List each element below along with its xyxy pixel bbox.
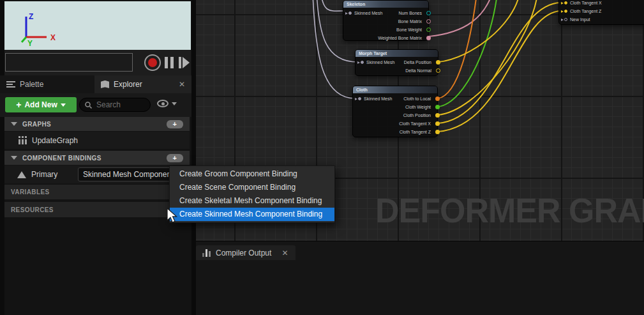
input-pin[interactable]	[355, 97, 361, 100]
node-row: Skinned MeshNum Bones	[343, 9, 428, 17]
node-body: Cloth Tangent XCloth Tangent ZNew Input	[559, 0, 644, 24]
add-new-label: Add New	[24, 100, 57, 109]
section-header-graphs[interactable]: GRAPHS	[4, 117, 190, 131]
output-pin[interactable]	[435, 96, 440, 101]
output-pin[interactable]	[435, 121, 440, 126]
chevron-down-icon	[11, 122, 17, 126]
wire	[438, 0, 537, 115]
pin-arrow-icon	[561, 19, 564, 21]
node-row: Skinned MeshCloth to Local	[353, 95, 437, 103]
section-header-component-bindings[interactable]: COMPONENT BINDINGS	[4, 151, 190, 165]
section-label: VARIABLES	[11, 188, 50, 196]
graph-watermark: DEFORMER GRAPH	[375, 191, 644, 230]
explorer-toolbar: Add New	[0, 93, 191, 117]
menu-item[interactable]: Create Skinned Mesh Component Binding	[170, 208, 334, 221]
binding-class-dropdown[interactable]: Skinned Mesh Component	[78, 167, 172, 181]
record-button[interactable]	[144, 54, 161, 71]
node-row: Weighted Bone Matrix	[343, 34, 428, 42]
step-forward-button[interactable]	[179, 57, 190, 68]
wire	[438, 3, 561, 123]
menu-item[interactable]: Create Skeletal Mesh Component Binding	[170, 194, 334, 208]
pin-dot-icon	[361, 61, 364, 64]
output-pin-label: Cloth to Local	[403, 96, 431, 101]
output-pin-label: Cloth Tangent Z	[400, 130, 431, 134]
node-title: Morph Target	[356, 50, 438, 57]
node-row: Bone Matrix	[343, 17, 428, 26]
pause-button[interactable]	[165, 57, 174, 68]
menu-item[interactable]: Create Groom Component Binding	[170, 167, 334, 181]
tab-label: Explorer	[114, 80, 142, 89]
graph-node[interactable]: Morph TargetSkinned MeshDelta PositionDe…	[355, 49, 438, 76]
output-pin-label: Cloth Position	[403, 113, 431, 118]
add-new-button[interactable]: Add New	[5, 97, 77, 112]
tab-compiler-output[interactable]: Compiler Output ✕	[196, 245, 296, 260]
output-pin-label: Delta Normal	[405, 68, 431, 73]
output-pin-label: Delta Position	[404, 60, 431, 65]
input-pin-label: New Input	[570, 17, 590, 22]
output-pin[interactable]	[436, 60, 440, 65]
input-pin-label: Skinned Mesh	[366, 60, 394, 65]
panel-splitter[interactable]	[191, 0, 196, 315]
list-item-updategraph[interactable]: UpdateGraph	[4, 132, 190, 149]
section-header-resources[interactable]: RESOURCES	[4, 202, 190, 217]
menu-item[interactable]: Create Scene Component Binding	[170, 181, 334, 194]
axis-x-label: X	[50, 33, 56, 42]
input-pin[interactable]	[561, 1, 567, 4]
node-title: Cloth	[353, 86, 437, 93]
input-pin-label: Cloth Tangent X	[570, 1, 602, 5]
wire	[429, 0, 492, 36]
output-pin[interactable]	[436, 68, 440, 73]
explorer-icon	[101, 81, 109, 88]
node-row: Cloth Position	[353, 111, 437, 119]
section-label: COMPONENT BINDINGS	[22, 155, 101, 162]
close-icon[interactable]: ✕	[179, 81, 185, 88]
graph-icon	[19, 136, 27, 144]
output-pin[interactable]	[426, 11, 431, 15]
pin-dot-icon	[358, 97, 361, 100]
output-pin[interactable]	[426, 36, 431, 40]
section-header-variables[interactable]: VARIABLES	[4, 185, 190, 199]
context-menu: Create Groom Component BindingCreate Sce…	[169, 165, 335, 223]
input-pin[interactable]	[345, 12, 352, 15]
visibility-filter-button[interactable]	[157, 100, 177, 107]
output-pin[interactable]	[435, 113, 440, 118]
axis-y-label: Y	[27, 39, 33, 48]
output-pin[interactable]	[426, 27, 431, 32]
compiler-output-panel: Compiler Output ✕	[196, 241, 644, 315]
graph-node[interactable]: Cloth Tangent XCloth Tangent ZNew Input	[558, 0, 644, 25]
list-item-primary-binding[interactable]: Primary Skinned Mesh Component	[4, 165, 190, 183]
close-icon[interactable]: ✕	[281, 249, 288, 257]
palette-icon	[6, 81, 15, 88]
node-row: Delta Normal	[356, 66, 438, 75]
tab-explorer[interactable]: Explorer ✕	[94, 75, 191, 93]
output-pin-label: Num Bones	[398, 11, 422, 15]
graph-node[interactable]: SkeletonSkinned MeshNum BonesBone Matrix…	[343, 0, 429, 41]
wire	[438, 0, 497, 107]
node-row: Cloth Tangent X	[353, 119, 437, 128]
pin-arrow-icon	[561, 10, 564, 13]
bar-chart-icon	[202, 249, 211, 257]
viewport-preview[interactable]: Z X Y	[4, 1, 191, 50]
input-pin[interactable]	[561, 10, 567, 13]
preview-text-field[interactable]	[5, 53, 133, 72]
input-pin[interactable]	[357, 61, 364, 64]
wire	[438, 0, 477, 98]
output-pin[interactable]	[435, 130, 440, 134]
add-component-binding-button[interactable]	[167, 154, 183, 162]
graph-node[interactable]: ClothSkinned MeshCloth to LocalCloth Wei…	[352, 86, 438, 137]
output-pin[interactable]	[435, 105, 440, 109]
binding-icon	[17, 171, 26, 178]
input-pin-label: Skinned Mesh	[364, 96, 392, 101]
input-pin[interactable]	[561, 18, 567, 21]
deformer-graph-editor: DEFORMER GRAPH SkeletonSkinned MeshNum B…	[0, 0, 644, 315]
output-pin[interactable]	[426, 19, 431, 24]
node-row: Cloth Tangent Z	[353, 128, 437, 136]
output-pin-label: Bone Matrix	[398, 19, 422, 24]
pin-dot-icon	[348, 12, 352, 15]
add-graph-button[interactable]	[167, 120, 183, 128]
pin-dot-icon	[564, 10, 567, 13]
section-label: RESOURCES	[11, 206, 54, 213]
search-input[interactable]	[95, 100, 145, 110]
node-row: Skinned MeshDelta Position	[356, 58, 438, 66]
tab-palette[interactable]: Palette	[0, 75, 94, 93]
